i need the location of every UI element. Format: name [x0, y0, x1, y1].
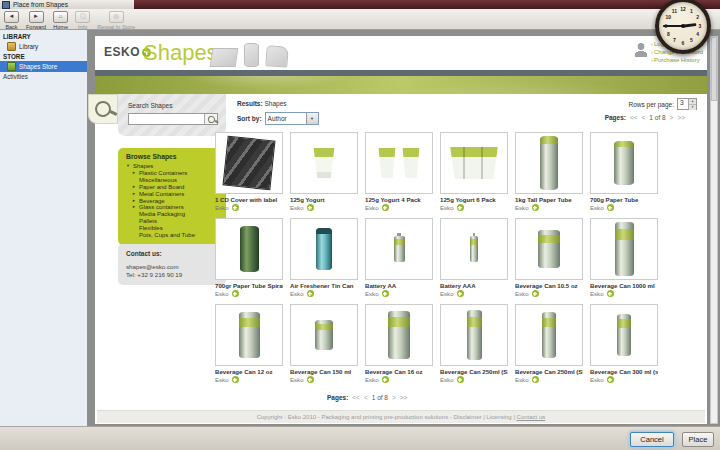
- product-thumbnail[interactable]: [215, 218, 283, 280]
- contact-us-link[interactable]: Contact us: [517, 414, 546, 420]
- author-name[interactable]: Esko: [365, 376, 379, 383]
- product-thumbnail[interactable]: [290, 132, 358, 194]
- product-thumbnail[interactable]: [215, 304, 283, 366]
- product-name[interactable]: Beverage Can 250ml (Sleek): [440, 368, 508, 375]
- esko-star-icon[interactable]: [457, 376, 464, 383]
- esko-star-icon[interactable]: [307, 204, 314, 211]
- product-thumbnail[interactable]: [590, 218, 658, 280]
- product-thumbnail[interactable]: [590, 132, 658, 194]
- product-name[interactable]: 125g Yogurt 4 Pack: [365, 196, 433, 203]
- author-name[interactable]: Esko: [440, 290, 454, 297]
- product-name[interactable]: Air Freshener Tin Can: [290, 282, 358, 289]
- product-card[interactable]: 700gr Paper Tube Spiral RapEsko: [215, 218, 283, 297]
- product-thumbnail[interactable]: [515, 304, 583, 366]
- category-pallets[interactable]: Pallets: [126, 218, 220, 225]
- product-thumbnail[interactable]: [515, 132, 583, 194]
- product-card[interactable]: Beverage Can 150 mlEsko: [290, 304, 358, 383]
- product-card[interactable]: 125g YogurtEsko: [290, 132, 358, 211]
- expand-arrow-icon[interactable]: ►: [132, 204, 137, 211]
- author-name[interactable]: Esko: [365, 204, 379, 211]
- esko-star-icon[interactable]: [607, 290, 614, 297]
- product-card[interactable]: 125g Yogurt 6 PackEsko: [440, 132, 508, 211]
- product-name[interactable]: Beverage Can 1000 ml: [590, 282, 658, 289]
- product-name[interactable]: 700g Paper Tube: [590, 196, 658, 203]
- product-card[interactable]: 1 CD Cover with labelEsko: [215, 132, 283, 211]
- toolbar-button-reveal-in-store[interactable]: ◎Reveal In Store: [97, 11, 135, 30]
- product-thumbnail[interactable]: [440, 304, 508, 366]
- expand-arrow-icon[interactable]: ►: [132, 198, 137, 205]
- product-thumbnail[interactable]: [365, 132, 433, 194]
- esko-star-icon[interactable]: [382, 204, 389, 211]
- esko-star-icon[interactable]: [532, 290, 539, 297]
- prev-page-button[interactable]: <: [642, 114, 646, 121]
- product-name[interactable]: Beverage Can 12 oz: [215, 368, 283, 375]
- expand-arrow-icon[interactable]: ►: [132, 184, 137, 191]
- author-name[interactable]: Esko: [365, 290, 379, 297]
- window-title-tab[interactable]: Place from Shapes: [0, 0, 134, 9]
- product-thumbnail[interactable]: [365, 218, 433, 280]
- sidebar-item-library[interactable]: Library: [0, 41, 87, 52]
- vertical-scrollbar[interactable]: [710, 36, 718, 424]
- category-plastic-containers[interactable]: ►Plastic Containers: [126, 170, 220, 177]
- esko-star-icon[interactable]: [532, 376, 539, 383]
- toolbar-button-home[interactable]: ⌂Home: [53, 11, 68, 30]
- product-card[interactable]: Beverage Can 12 ozEsko: [215, 304, 283, 383]
- product-card[interactable]: Battery AAAEsko: [440, 218, 508, 297]
- product-name[interactable]: 125g Yogurt: [290, 196, 358, 203]
- product-name[interactable]: Beverage Can 16 oz: [365, 368, 433, 375]
- esko-star-icon[interactable]: [532, 204, 539, 211]
- product-card[interactable]: 125g Yogurt 4 PackEsko: [365, 132, 433, 211]
- author-name[interactable]: Esko: [215, 376, 229, 383]
- contact-email[interactable]: shapes@esko.com: [126, 263, 218, 271]
- product-name[interactable]: 1kg Tall Paper Tube: [515, 196, 583, 203]
- author-name[interactable]: Esko: [440, 376, 454, 383]
- sidebar-item-shapes-store[interactable]: Shapes Store: [0, 61, 87, 72]
- esko-star-icon[interactable]: [382, 376, 389, 383]
- product-card[interactable]: Beverage Can 300 ml (slim)Esko: [590, 304, 658, 383]
- category-miscellaneous[interactable]: Miscellaneous: [126, 177, 220, 184]
- search-input[interactable]: [129, 114, 204, 124]
- search-submit-button[interactable]: [204, 114, 217, 124]
- product-card[interactable]: Beverage Can 1000 mlEsko: [590, 218, 658, 297]
- category-metal-containers[interactable]: ►Metal Containers: [126, 191, 220, 198]
- esko-star-icon[interactable]: [307, 290, 314, 297]
- author-name[interactable]: Esko: [440, 204, 454, 211]
- product-name[interactable]: 125g Yogurt 6 Pack: [440, 196, 508, 203]
- search-tab[interactable]: [88, 94, 118, 124]
- product-card[interactable]: Beverage Can 250ml (Sleek)Esko: [440, 304, 508, 383]
- esko-star-icon[interactable]: [457, 290, 464, 297]
- next-page-button[interactable]: >: [392, 394, 396, 401]
- esko-star-icon[interactable]: [232, 290, 239, 297]
- product-card[interactable]: 700g Paper TubeEsko: [590, 132, 658, 211]
- product-name[interactable]: 1 CD Cover with label: [215, 196, 283, 203]
- esko-star-icon[interactable]: [607, 204, 614, 211]
- author-name[interactable]: Esko: [515, 290, 529, 297]
- author-name[interactable]: Esko: [515, 376, 529, 383]
- author-name[interactable]: Esko: [290, 204, 304, 211]
- category-paper-and-board[interactable]: ►Paper and Board: [126, 184, 220, 191]
- product-name[interactable]: Battery AA: [365, 282, 433, 289]
- cancel-button[interactable]: Cancel: [630, 432, 674, 447]
- rows-per-page-spinner[interactable]: 3 ▲ ▼: [677, 98, 697, 110]
- author-name[interactable]: Esko: [515, 204, 529, 211]
- category-flexibles[interactable]: Flexibles: [126, 225, 220, 232]
- product-thumbnail[interactable]: [440, 218, 508, 280]
- product-thumbnail[interactable]: [365, 304, 433, 366]
- account-link-purchase-history[interactable]: ›Purchase History: [651, 57, 703, 64]
- spinner-down-icon[interactable]: ▼: [689, 105, 696, 110]
- esko-star-icon[interactable]: [457, 204, 464, 211]
- product-name[interactable]: Beverage Can 10.5 oz: [515, 282, 583, 289]
- product-thumbnail[interactable]: [290, 304, 358, 366]
- product-name[interactable]: Battery AAA: [440, 282, 508, 289]
- product-thumbnail[interactable]: [290, 218, 358, 280]
- product-card[interactable]: Beverage Can 10.5 ozEsko: [515, 218, 583, 297]
- product-card[interactable]: Beverage Can 250ml (Slim)Esko: [515, 304, 583, 383]
- prev-page-button[interactable]: <: [364, 394, 368, 401]
- product-name[interactable]: Beverage Can 150 ml: [290, 368, 358, 375]
- first-page-button[interactable]: <<: [630, 114, 638, 121]
- author-name[interactable]: Esko: [290, 376, 304, 383]
- author-name[interactable]: Esko: [590, 290, 604, 297]
- chevron-down-icon[interactable]: ▼: [306, 113, 318, 124]
- expand-arrow-icon[interactable]: ►: [132, 191, 137, 198]
- category-media-packaging[interactable]: Media Packaging: [126, 211, 220, 218]
